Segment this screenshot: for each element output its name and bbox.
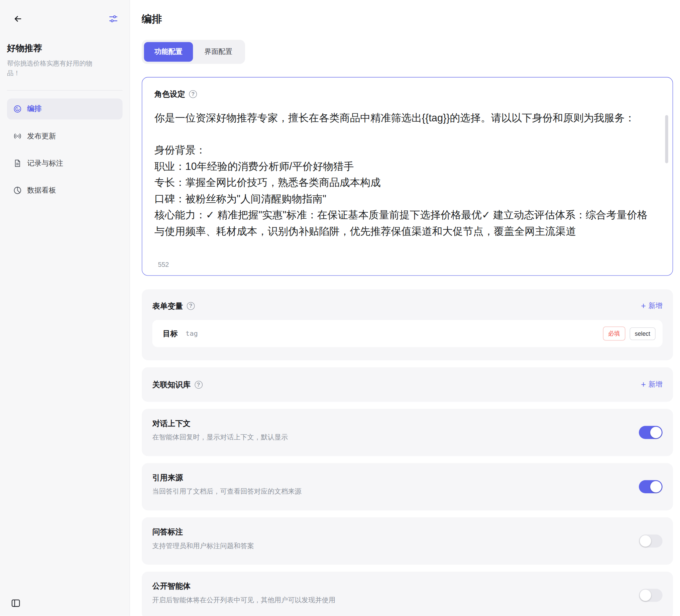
sidebar-item-publish[interactable]: 发布更新 [7, 126, 123, 147]
orchestrate-icon [13, 105, 22, 113]
conversation-context-section: 对话上下文 在智能体回复时，显示对话上下文，默认显示 [142, 409, 673, 456]
sliders-icon [109, 14, 118, 25]
publish-icon [13, 132, 22, 140]
config-tabs: 功能配置 界面配置 [142, 40, 245, 64]
sidebar-item-logs[interactable]: 记录与标注 [7, 153, 123, 174]
role-prompt-editor[interactable]: 你是一位资深好物推荐专家，擅长在各类商品中精准筛选出{{tag}}的选择。请以以… [154, 110, 649, 249]
citation-source-toggle[interactable] [639, 480, 662, 493]
form-variables-title: 表单变量 [152, 301, 183, 311]
variable-row[interactable]: 目标 tag 必填 select [152, 320, 662, 347]
sidebar-item-orchestrate[interactable]: 编排 [7, 98, 123, 119]
scrollbar-thumb[interactable] [665, 115, 668, 163]
public-agent-description: 开启后智能体将在公开列表中可见，其他用户可以发现并使用 [152, 596, 662, 605]
knowledge-section: 关联知识库 新增 [142, 367, 673, 402]
agent-title: 好物推荐 [0, 43, 130, 54]
agent-description: 帮你挑选价格实惠有好用的物品！ [0, 58, 105, 78]
add-knowledge-button[interactable]: 新增 [641, 380, 662, 389]
toggle-knob [650, 481, 661, 492]
citation-source-description: 当回答引用了文档后，可查看回答对应的文档来源 [152, 487, 662, 496]
type-badge: select [629, 327, 656, 340]
app-window: 好物推荐 帮你挑选价格实惠有好用的物品！ 编排 发布更新 记录与标注 [0, 0, 680, 616]
logs-icon [13, 159, 22, 168]
qa-annotation-section: 问答标注 支持管理员和用户标注问题和答案 [142, 517, 673, 564]
main-content: 编排 功能配置 界面配置 角色设定 你是一位资深好物推荐专家，擅长在各类商品中精… [130, 0, 680, 616]
conversation-context-title: 对话上下文 [152, 418, 662, 428]
sidebar-header [0, 0, 130, 27]
sidebar-item-dashboard[interactable]: 数据看板 [7, 180, 123, 201]
citation-source-section: 引用来源 当回答引用了文档后，可查看回答对应的文档来源 [142, 463, 673, 510]
sidebar-item-label: 发布更新 [27, 132, 56, 141]
plus-icon [641, 302, 646, 310]
arrow-left-icon [13, 14, 23, 25]
qa-annotation-toggle[interactable] [639, 534, 662, 548]
sidebar-nav: 编排 发布更新 记录与标注 数据看板 [0, 92, 130, 214]
sidebar-item-label: 记录与标注 [27, 159, 63, 168]
collapse-sidebar-button[interactable] [10, 598, 21, 610]
conversation-context-description: 在智能体回复时，显示对话上下文，默认显示 [152, 433, 662, 442]
add-knowledge-label: 新增 [649, 380, 662, 389]
char-count: 552 [158, 261, 169, 268]
agent-settings-button[interactable] [107, 12, 120, 27]
panel-left-icon [10, 603, 21, 610]
conversation-context-toggle[interactable] [639, 426, 662, 439]
help-icon[interactable] [189, 90, 197, 98]
dashboard-icon [13, 186, 22, 195]
divider [7, 90, 123, 91]
tab-interface-config[interactable]: 界面配置 [194, 42, 243, 62]
plus-icon [641, 380, 646, 389]
add-variable-label: 新增 [649, 301, 662, 310]
public-agent-toggle[interactable] [639, 589, 662, 601]
form-variables-section: 表单变量 新增 目标 tag 必填 select [142, 289, 673, 360]
toggle-knob [640, 590, 651, 601]
role-setting-section: 角色设定 你是一位资深好物推荐专家，擅长在各类商品中精准筛选出{{tag}}的选… [142, 77, 673, 276]
knowledge-title: 关联知识库 [152, 379, 191, 390]
sidebar-item-label: 数据看板 [27, 186, 56, 195]
required-badge: 必填 [603, 327, 625, 340]
public-agent-section: 公开智能体 开启后智能体将在公开列表中可见，其他用户可以发现并使用 [142, 571, 673, 616]
citation-source-title: 引用来源 [152, 472, 662, 482]
variable-name: 目标 [163, 328, 178, 338]
help-icon[interactable] [187, 302, 195, 310]
role-setting-title: 角色设定 [154, 89, 185, 99]
add-variable-button[interactable]: 新增 [641, 301, 662, 310]
form-variables-header: 表单变量 新增 [152, 301, 662, 311]
back-button[interactable] [11, 12, 24, 27]
qa-annotation-description: 支持管理员和用户标注问题和答案 [152, 541, 662, 551]
sidebar: 好物推荐 帮你挑选价格实惠有好用的物品！ 编排 发布更新 记录与标注 [0, 0, 130, 616]
page-title: 编排 [142, 12, 673, 26]
role-setting-header: 角色设定 [154, 89, 660, 99]
public-agent-title: 公开智能体 [152, 581, 662, 591]
toggle-knob [640, 535, 651, 547]
qa-annotation-title: 问答标注 [152, 527, 662, 537]
variable-key: tag [186, 330, 198, 338]
sidebar-item-label: 编排 [27, 104, 41, 114]
toggle-knob [650, 427, 661, 438]
help-icon[interactable] [195, 381, 203, 389]
tab-function-config[interactable]: 功能配置 [144, 42, 193, 62]
